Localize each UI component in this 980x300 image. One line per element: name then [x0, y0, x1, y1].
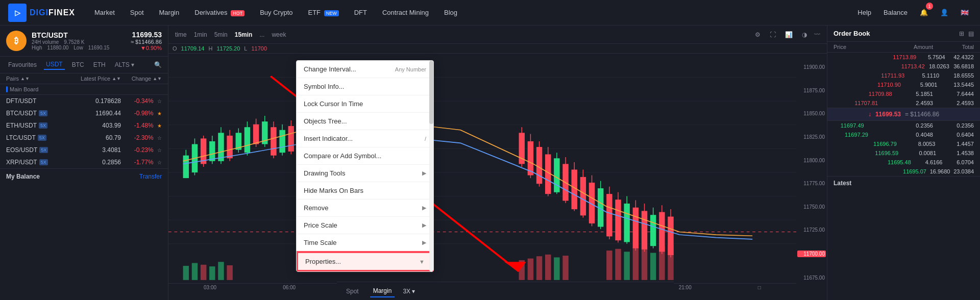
nav-language[interactable]: 🇬🇧 [958, 5, 972, 20]
ctx-lock-cursor[interactable]: Lock Cursor In Time [297, 95, 433, 113]
ctx-time-scale[interactable]: Time Scale ▶ [297, 234, 433, 252]
buy-order-row[interactable]: 11695.07 16.9680 23.0384 [827, 167, 980, 176]
ob-buy-amount: 16.9680 [926, 168, 950, 174]
nav-balance[interactable]: Balance [880, 5, 911, 20]
ob-sell-total: 36.6818 [949, 63, 974, 69]
ctx-price-scale[interactable]: Price Scale ▶ [297, 217, 433, 234]
tab-favourites[interactable]: Favourites [6, 60, 39, 69]
pair-row[interactable]: XRP/USDT 5X 0.2856 -1.77% ☆ [0, 156, 168, 168]
sell-order-row[interactable]: 11711.93 5.1110 18.6555 [827, 71, 980, 80]
buy-order-row[interactable]: 11697.49 0.2356 0.2356 [827, 121, 980, 130]
ctx-drawing-tools-label: Drawing Tools [304, 169, 345, 177]
pair-price: 403.99 [75, 122, 121, 129]
nav-market[interactable]: Market [88, 5, 121, 20]
pair-star[interactable]: ☆ [157, 147, 162, 153]
balance-row: My Balance Transfer [0, 168, 168, 184]
ob-icon-2[interactable]: ▤ [968, 30, 974, 37]
ctx-insert-indicator[interactable]: Insert Indicator... / [297, 130, 433, 147]
topnav: ▷ DIGIFINEX Market Spot Margin Derivativ… [0, 0, 980, 26]
buy-order-row[interactable]: 11696.79 8.0053 1.4457 [827, 139, 980, 148]
nav-etf[interactable]: ETF NEW [302, 5, 345, 20]
time-btn-15min[interactable]: 15min [232, 30, 255, 39]
pair-badge: 5X [39, 110, 47, 116]
price-11800: 11800.00 [797, 158, 826, 163]
tab-eth[interactable]: ETH [91, 60, 108, 69]
pair-star[interactable]: ☆ [157, 98, 162, 104]
pair-row[interactable]: BTC/USDT 5X 11690.44 -0.98% ★ [0, 107, 168, 119]
time-btn-week[interactable]: week [269, 30, 288, 39]
search-icon[interactable]: 🔍 [154, 61, 162, 68]
sell-order-row[interactable]: 11713.42 18.0263 36.6818 [827, 62, 980, 71]
transfer-button[interactable]: Transfer [139, 173, 162, 180]
leverage-selector[interactable]: 3X ▾ [403, 288, 415, 295]
chart-type-line[interactable]: 〰 [812, 30, 823, 39]
nav-spot[interactable]: Spot [124, 5, 150, 20]
time-btn-time[interactable]: time [173, 30, 189, 39]
sell-order-row[interactable]: 11710.90 5.9001 13.5445 [827, 80, 980, 89]
nav-dft[interactable]: DFT [348, 5, 373, 20]
ob-buy-price: 11697.49 [841, 122, 892, 129]
price-11850: 11850.00 [797, 111, 826, 116]
tab-btc[interactable]: BTC [70, 60, 86, 69]
ctx-compare-symbol[interactable]: Compare or Add Symbol... [297, 147, 433, 165]
pair-star[interactable]: ★ [157, 123, 162, 129]
ctx-hide-marks[interactable]: Hide Marks On Bars [297, 182, 433, 199]
pair-row[interactable]: LTC/USDT 5X 60.79 -2.30% ☆ [0, 132, 168, 144]
svg-rect-96 [668, 245, 673, 280]
nav-blog[interactable]: Blog [438, 5, 463, 20]
logo-text: DIGIFINEX [30, 8, 75, 17]
buy-order-row[interactable]: 11695.48 4.6166 6.0704 [827, 158, 980, 167]
pair-change: -1.77% ☆ [121, 159, 162, 166]
sell-order-row[interactable]: 11713.89 5.7504 42.4322 [827, 53, 980, 62]
ctx-properties[interactable]: Properties... ▼ [297, 252, 433, 271]
ob-sell-total: 42.4322 [945, 54, 974, 60]
price-labels: 11900.00 11875.00 11850.00 11825.00 1180… [796, 54, 827, 291]
ctx-scrollbar-thumb [429, 61, 433, 124]
chart-type-candle[interactable]: ◑ [799, 30, 810, 39]
nav-buy-crypto[interactable]: Buy Crypto [254, 5, 299, 20]
pair-star[interactable]: ☆ [157, 135, 162, 141]
buy-order-row[interactable]: 11697.29 0.4048 0.6404 [827, 130, 980, 139]
ob-icon-1[interactable]: ⊞ [959, 30, 964, 37]
nav-derivatives[interactable]: Derivatives HOT [188, 5, 251, 20]
nav-account[interactable]: 👤 [937, 5, 951, 20]
ob-latest: Latest [827, 176, 980, 190]
ctx-objects-tree[interactable]: Objects Tree... [297, 113, 433, 130]
time-btn-1min[interactable]: 1min [191, 30, 210, 39]
svg-rect-94 [650, 253, 656, 280]
pair-star[interactable]: ★ [157, 111, 162, 116]
chart-settings-icon[interactable]: ⚙ [752, 30, 763, 39]
chart-fullscreen-icon[interactable]: ⛶ [767, 30, 778, 39]
sell-order-row[interactable]: 11709.88 5.1851 7.6444 [827, 89, 980, 98]
order-book-icons: ⊞ ▤ [959, 30, 974, 37]
ctx-change-interval[interactable]: Change Interval... Any Number [297, 61, 433, 78]
nav-margin[interactable]: Margin [153, 5, 186, 20]
ctx-remove[interactable]: Remove ▶ [297, 199, 433, 217]
bottom-tab-margin[interactable]: Margin [370, 285, 395, 297]
time-btn-5min[interactable]: 5min [212, 30, 230, 39]
tab-usdt[interactable]: USDT [44, 60, 65, 70]
nav-help[interactable]: Help [854, 5, 874, 20]
buy-order-row[interactable]: 11696.59 0.0081 1.4538 [827, 148, 980, 158]
ob-buy-price: 11696.59 [875, 150, 898, 156]
ctx-symbol-info[interactable]: Symbol Info... [297, 78, 433, 95]
pair-row[interactable]: DFT/USDT 0.178628 -0.34% ☆ [0, 95, 168, 107]
chart-stats-icon[interactable]: 📊 [782, 30, 795, 39]
ob-buy-total: 1.4457 [935, 141, 974, 147]
time-btn-more[interactable]: ... [257, 30, 267, 39]
pair-row[interactable]: EOS/USDT 5X 3.4081 -0.23% ☆ [0, 144, 168, 156]
pair-row[interactable]: ETH/USDT 5X 403.99 -1.48% ★ [0, 119, 168, 132]
logo[interactable]: ▷ DIGIFINEX [8, 4, 75, 22]
ctx-drawing-tools-arrow: ▶ [422, 170, 426, 177]
pair-star[interactable]: ☆ [157, 160, 162, 165]
bottom-tab-spot[interactable]: Spot [343, 286, 362, 297]
chart-controls: ⚙ ⛶ 📊 [752, 30, 795, 39]
tab-alts[interactable]: ALTS ▾ [113, 60, 136, 69]
nav-notifications[interactable]: 🔔 1 [917, 5, 931, 20]
ctx-drawing-tools[interactable]: Drawing Tools ▶ [297, 165, 433, 182]
chart-canvas[interactable]: 11900.00 11875.00 11850.00 11825.00 1180… [168, 54, 827, 291]
ctx-scrollbar[interactable] [429, 61, 433, 271]
svg-rect-87 [554, 257, 559, 280]
sell-order-row[interactable]: 11707.81 2.4593 2.4593 [827, 98, 980, 108]
nav-contract-mining[interactable]: Contract Mining [376, 5, 435, 20]
